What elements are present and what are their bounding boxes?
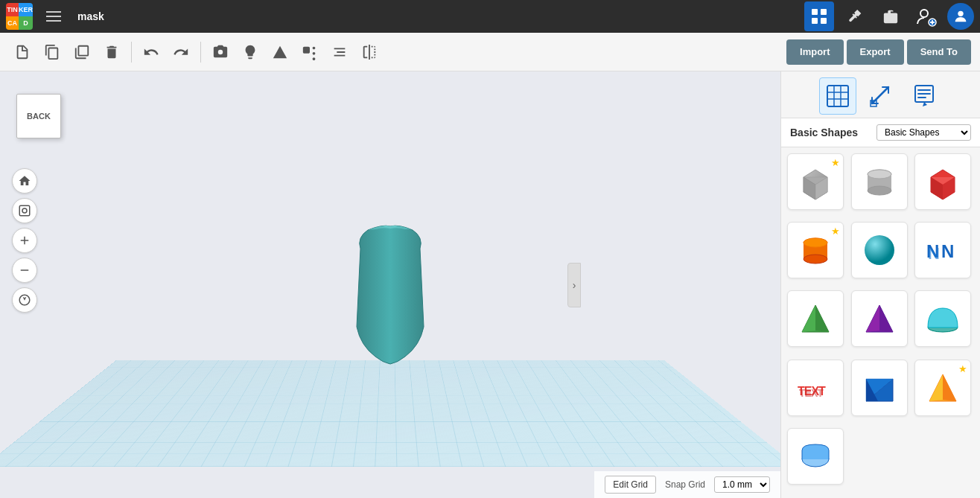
logo-tin: TIN — [6, 3, 19, 16]
light-button[interactable] — [237, 39, 264, 66]
edit-grid-button[interactable]: Edit Grid — [605, 476, 656, 494]
svg-text:N: N — [928, 244, 940, 263]
tab-notes[interactable] — [906, 77, 943, 115]
shapes-category-select[interactable]: Basic Shapes Featured Shapes Text & Numb… — [876, 124, 971, 141]
home-view-button[interactable] — [12, 168, 37, 194]
shapes-header: Basic Shapes Basic Shapes Featured Shape… — [781, 118, 980, 147]
shape-pyramid-yellow[interactable]: ★ — [914, 360, 971, 416]
logo-d: D — [19, 16, 33, 30]
svg-rect-2 — [46, 20, 61, 22]
shape-text-red[interactable]: TEXT TEXT — [787, 360, 844, 416]
svg-point-25 — [868, 186, 891, 195]
toolbar-divider-2 — [200, 42, 201, 63]
tab-measure[interactable] — [862, 77, 900, 115]
shape-star-3: ★ — [958, 363, 967, 374]
shape-box-red[interactable] — [914, 153, 971, 210]
svg-point-9 — [958, 11, 963, 16]
shape-pyramid-green[interactable] — [787, 290, 844, 347]
svg-rect-1 — [46, 16, 61, 17]
viewport[interactable]: BACK — [0, 71, 780, 498]
group-button[interactable] — [296, 39, 323, 66]
duplicate-button[interactable] — [69, 39, 95, 66]
shape-text-3d[interactable]: N N N — [914, 222, 971, 278]
zoom-out-button[interactable] — [12, 258, 37, 283]
copy-button[interactable] — [39, 39, 66, 66]
shape-star-2: ★ — [831, 226, 840, 237]
snap-grid-label: Snap Grid — [665, 479, 705, 490]
topbar: TIN KER CA D mask — [0, 0, 980, 33]
navigation-cube[interactable]: BACK — [16, 94, 76, 153]
logo-ker: KER — [19, 3, 33, 16]
zoom-in-button[interactable] — [12, 228, 37, 253]
svg-text:N: N — [941, 241, 954, 261]
shape-box[interactable]: ★ — [787, 153, 844, 210]
svg-rect-4 — [821, 9, 827, 15]
shape-sphere[interactable] — [851, 222, 908, 278]
logo-ca: CA — [6, 16, 19, 30]
svg-rect-3 — [812, 9, 818, 15]
export-button[interactable]: Export — [847, 39, 904, 65]
svg-point-26 — [868, 170, 891, 179]
sendto-button[interactable]: Send To — [907, 39, 971, 65]
svg-point-7 — [920, 10, 928, 17]
right-panel: Basic Shapes Basic Shapes Featured Shape… — [780, 71, 980, 498]
grid-lines-vertical — [0, 360, 780, 467]
delete-button[interactable] — [98, 39, 125, 66]
menu-icon[interactable] — [39, 1, 69, 31]
statusbar: Edit Grid Snap Grid 1.0 mm 0.5 mm 2.0 mm… — [594, 471, 780, 498]
mirror-button[interactable] — [356, 39, 383, 66]
align-button[interactable] — [326, 39, 353, 66]
svg-point-33 — [804, 255, 827, 264]
shape-star: ★ — [831, 157, 840, 168]
grid-floor — [0, 360, 780, 467]
import-button[interactable]: Import — [786, 39, 843, 65]
compass-button[interactable] — [12, 287, 37, 313]
apps-grid-button[interactable] — [804, 1, 834, 31]
shapes-grid: ★ — [781, 147, 980, 498]
main-area: BACK — [0, 71, 980, 498]
shape-wedge[interactable] — [851, 360, 908, 416]
cube-face-back: BACK — [16, 94, 61, 138]
toolbar: Import Export Send To — [0, 33, 980, 71]
shape-dome[interactable] — [914, 290, 971, 347]
shape-cylinder-gray[interactable] — [851, 153, 908, 210]
redo-button[interactable] — [168, 39, 194, 66]
tools-button[interactable] — [840, 1, 870, 31]
svg-point-34 — [804, 238, 827, 247]
svg-point-35 — [865, 235, 894, 265]
shape-button[interactable] — [267, 39, 293, 66]
undo-button[interactable] — [138, 39, 165, 66]
add-user-button[interactable] — [911, 1, 941, 31]
toolbar-divider-1 — [131, 42, 132, 63]
camera-button[interactable] — [207, 39, 234, 66]
svg-point-11 — [22, 208, 27, 213]
svg-text:TEXT: TEXT — [799, 387, 824, 399]
shapes-title: Basic Shapes — [790, 127, 876, 138]
svg-rect-6 — [821, 18, 827, 24]
tab-grid[interactable] — [819, 77, 856, 115]
shape-cylinder-orange[interactable]: ★ — [787, 222, 844, 278]
view-controls — [12, 168, 37, 313]
panel-tabs — [781, 71, 980, 118]
svg-rect-12 — [827, 86, 848, 106]
svg-rect-5 — [812, 18, 818, 24]
logo[interactable]: TIN KER CA D — [6, 3, 33, 30]
mask-3d-object[interactable] — [346, 223, 435, 368]
svg-rect-0 — [46, 11, 61, 13]
projects-button[interactable] — [876, 1, 906, 31]
panel-collapse-handle[interactable]: › — [567, 263, 581, 307]
shape-extra-1[interactable] — [787, 428, 844, 485]
new-button[interactable] — [9, 39, 36, 66]
avatar[interactable] — [947, 3, 974, 30]
svg-rect-10 — [19, 205, 30, 216]
frame-view-button[interactable] — [12, 198, 37, 223]
snap-grid-select[interactable]: 1.0 mm 0.5 mm 2.0 mm 5.0 mm — [714, 476, 770, 493]
project-name: mask — [77, 10, 104, 22]
shape-pyramid-purple[interactable] — [851, 290, 908, 347]
